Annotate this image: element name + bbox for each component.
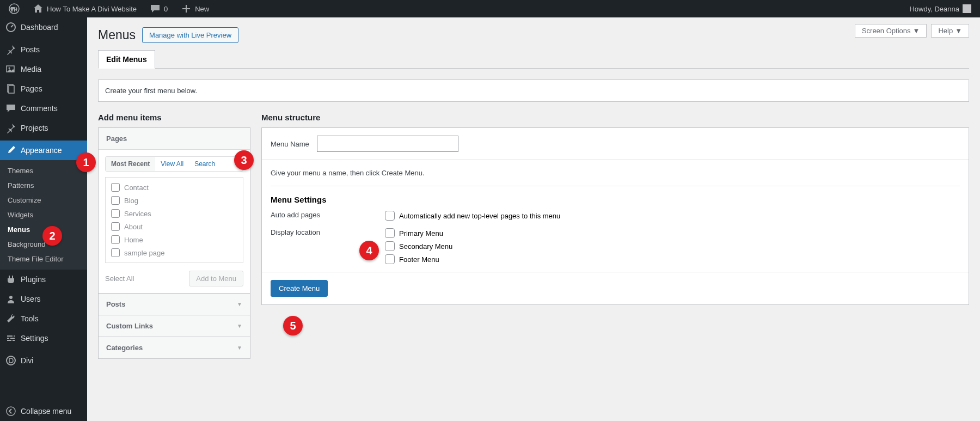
checkbox[interactable] [385,211,395,221]
checkbox[interactable] [111,209,120,218]
checkbox[interactable] [111,183,120,192]
sidebar-item-media[interactable]: Media [0,59,87,79]
menu-name-input[interactable] [317,136,458,152]
acc-pages-body: Most Recent View All Search Contact Blog… [99,149,250,293]
annotation-badge-1: 1 [76,152,96,172]
add-items-accordion: Pages Most Recent View All Search Contac… [98,127,250,359]
sub-widgets[interactable]: Widgets [0,208,87,222]
location-text: Footer Menu [399,255,439,264]
sidebar-item-label: Comments [21,104,58,113]
tab-view-all[interactable]: View All [155,157,189,171]
checkbox[interactable] [111,235,120,244]
page-item[interactable]: Services [108,207,241,220]
appearance-submenu: Themes Patterns Customize Widgets Menus … [0,160,87,270]
main-content: Screen Options ▼ Help ▼ Menus Manage wit… [87,17,980,421]
checkbox[interactable] [385,241,395,251]
site-title: How To Make A Divi Website [47,5,137,13]
sidebar-item-users[interactable]: Users [0,289,87,309]
location-text: Secondary Menu [399,242,452,251]
checkbox[interactable] [385,228,395,238]
auto-add-label: Auto add pages [271,211,363,219]
tab-most-recent[interactable]: Most Recent [106,157,155,171]
display-location-label: Display location [271,228,363,236]
new-label: New [195,5,209,13]
acc-categories-head[interactable]: Categories ▼ [99,337,250,358]
avatar [963,4,971,13]
acc-custom-links-head[interactable]: Custom Links ▼ [99,315,250,337]
howdy-link[interactable]: Howdy, Deanna [905,0,976,17]
sub-theme-file-editor[interactable]: Theme File Editor [0,252,87,266]
location-option[interactable]: Primary Menu [385,228,452,238]
collapse-icon [5,406,16,417]
sidebar-item-projects[interactable]: Projects [0,118,87,138]
comment-icon [5,103,16,114]
auto-add-option[interactable]: Automatically add new top-level pages to… [385,211,560,221]
select-all-link[interactable]: Select All [105,274,134,283]
page-list: Contact Blog Services About Home sample … [105,177,243,263]
page-item[interactable]: About [108,220,241,233]
sidebar-item-label: Plugins [21,275,46,284]
screen-options-label: Screen Options [862,27,911,35]
create-menu-button[interactable]: Create Menu [271,280,328,297]
sidebar-item-posts[interactable]: Posts [0,40,87,59]
page-item[interactable]: Home [108,233,241,246]
collapse-menu[interactable]: Collapse menu [0,401,87,421]
location-text: Primary Menu [399,229,443,237]
add-items-heading: Add menu items [98,113,250,122]
sidebar-item-label: Users [21,295,41,303]
sidebar-item-label: Projects [21,124,48,132]
pin-icon [5,44,16,55]
add-to-menu-button[interactable]: Add to Menu [189,271,243,286]
wp-logo[interactable] [4,0,24,17]
help-label: Help [938,27,953,35]
sidebar-item-pages[interactable]: Pages [0,79,87,99]
page-label: sample page [124,249,164,257]
checkbox[interactable] [111,248,120,257]
acc-pages-head[interactable]: Pages [99,128,250,149]
svg-point-6 [9,296,13,299]
sidebar-item-settings[interactable]: Settings [0,328,87,348]
sub-patterns[interactable]: Patterns [0,178,87,193]
admin-bar: How To Make A Divi Website 0 New Howdy, … [0,0,980,17]
user-icon [5,294,16,304]
sidebar-item-divi[interactable]: Divi [0,351,87,370]
sidebar-item-appearance[interactable]: Appearance [0,141,87,160]
tab-search[interactable]: Search [189,157,220,171]
checkbox[interactable] [111,196,120,205]
acc-pages-label: Pages [106,135,127,143]
checkbox[interactable] [385,254,395,264]
screen-options-button[interactable]: Screen Options ▼ [855,24,927,38]
sub-themes[interactable]: Themes [0,163,87,178]
sidebar-item-comments[interactable]: Comments [0,99,87,118]
annotation-badge-3: 3 [234,150,254,170]
location-option[interactable]: Secondary Menu [385,241,452,251]
chevron-down-icon: ▼ [955,27,962,35]
page-label: Contact [124,184,149,192]
media-icon [5,64,16,75]
svg-rect-5 [9,86,14,93]
sidebar-item-tools[interactable]: Tools [0,309,87,328]
sidebar-item-dashboard[interactable]: Dashboard [0,17,87,37]
site-link[interactable]: How To Make A Divi Website [28,0,141,17]
new-link[interactable]: New [176,0,213,17]
page-item[interactable]: Contact [108,181,241,194]
sidebar-item-label: Collapse menu [21,407,71,416]
plugin-icon [5,274,16,285]
acc-posts-head[interactable]: Posts ▼ [99,293,250,315]
tab-edit-menus[interactable]: Edit Menus [98,50,155,69]
help-button[interactable]: Help ▼ [931,24,969,38]
live-preview-button[interactable]: Manage with Live Preview [142,27,238,43]
sidebar-item-plugins[interactable]: Plugins [0,270,87,289]
checkbox[interactable] [111,222,120,231]
svg-point-8 [7,407,15,416]
sub-customize[interactable]: Customize [0,193,87,208]
chevron-down-icon: ▼ [237,301,242,307]
admin-sidebar: Dashboard Posts Media Pages Comments Pro… [0,17,87,421]
pin-icon [5,123,16,133]
svg-point-7 [7,356,15,365]
page-item[interactable]: Blog [108,194,241,207]
sidebar-item-label: Media [21,65,41,74]
page-item[interactable]: sample page [108,246,241,259]
comments-link[interactable]: 0 [145,0,172,17]
location-option[interactable]: Footer Menu [385,254,452,264]
